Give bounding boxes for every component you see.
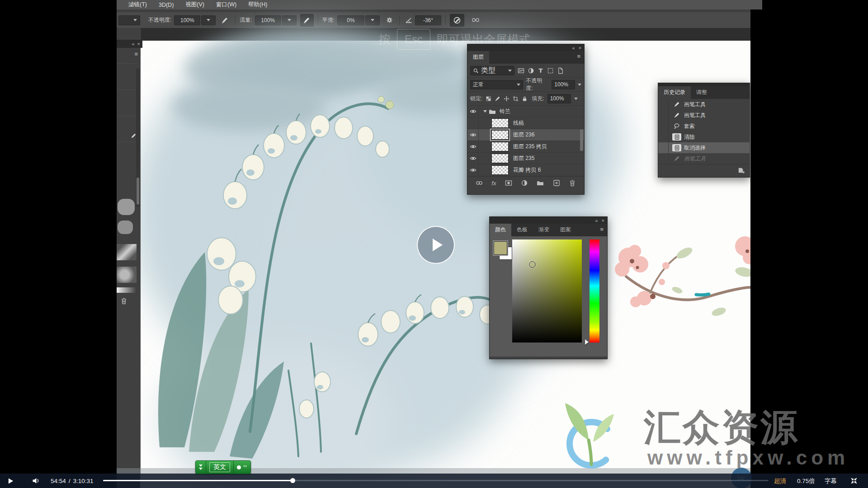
play-overlay-button[interactable] bbox=[417, 226, 455, 264]
ime-mode-toggle[interactable]: 英文 bbox=[206, 461, 234, 474]
filter-smart-object-icon[interactable] bbox=[557, 67, 564, 74]
collapse-panel-icon[interactable]: « bbox=[572, 45, 575, 51]
layer-row[interactable]: 线稿 bbox=[467, 117, 584, 129]
quality-button[interactable]: 超清 bbox=[774, 477, 786, 485]
color-field-cursor[interactable] bbox=[529, 261, 536, 268]
layer-thumbnail[interactable] bbox=[491, 165, 509, 175]
layer-filter-dropdown[interactable]: 类型 bbox=[470, 66, 514, 75]
lock-transparency-icon[interactable] bbox=[486, 96, 491, 102]
layer-group-row[interactable]: 铃兰 bbox=[467, 106, 584, 117]
visibility-eye-icon[interactable] bbox=[467, 164, 479, 176]
lock-paint-icon[interactable] bbox=[495, 96, 500, 102]
collapse-panel-icon[interactable]: « bbox=[595, 218, 598, 223]
visibility-eye-icon[interactable] bbox=[467, 106, 479, 117]
filter-type-layers-icon[interactable] bbox=[538, 67, 544, 74]
document-icon bbox=[672, 144, 681, 151]
visibility-eye-icon[interactable] bbox=[467, 141, 479, 152]
brush-preset-thumb[interactable] bbox=[118, 221, 133, 234]
brush-preset-thumb[interactable] bbox=[118, 199, 135, 215]
play-button[interactable] bbox=[7, 478, 14, 484]
tab-patterns[interactable]: 图案 bbox=[555, 224, 576, 236]
visibility-eye-empty[interactable] bbox=[467, 117, 479, 129]
layer-row[interactable]: 图层 235 拷贝 bbox=[467, 141, 584, 153]
exit-fullscreen-button[interactable] bbox=[850, 477, 858, 485]
history-step[interactable]: 画笔工具 bbox=[658, 99, 750, 110]
layer-thumbnail[interactable] bbox=[491, 154, 509, 163]
close-panel-icon[interactable]: × bbox=[579, 45, 581, 51]
layer-row[interactable]: 花瓣 拷贝 6 bbox=[467, 164, 584, 176]
filter-shape-layers-icon[interactable] bbox=[547, 67, 554, 74]
layer-thumbnail[interactable] bbox=[491, 118, 509, 128]
subtitle-button[interactable]: 字幕 bbox=[825, 477, 837, 485]
blend-mode-dropdown[interactable]: 正常 bbox=[470, 80, 523, 89]
ime-minimize-icon[interactable] bbox=[196, 461, 206, 474]
progress-track[interactable] bbox=[103, 480, 769, 481]
speed-button[interactable]: 0.75倍 bbox=[797, 477, 815, 485]
tab-swatches[interactable]: 色板 bbox=[511, 224, 533, 236]
hue-slider[interactable] bbox=[590, 239, 599, 343]
filter-pixel-layers-icon[interactable] bbox=[518, 67, 524, 74]
history-source-checkbox[interactable] bbox=[658, 99, 669, 110]
progress-thumb[interactable] bbox=[290, 478, 295, 483]
history-source-checkbox[interactable] bbox=[658, 110, 669, 121]
layer-thumbnail[interactable] bbox=[491, 142, 509, 151]
layer-opacity-value[interactable]: 100% bbox=[552, 80, 575, 89]
scrollbar[interactable] bbox=[136, 69, 140, 206]
panel-menu-icon[interactable]: ≡ bbox=[600, 226, 604, 233]
brush-stroke-thumb[interactable] bbox=[117, 244, 137, 260]
gradient-strip[interactable] bbox=[117, 287, 137, 293]
add-mask-icon[interactable] bbox=[505, 179, 512, 187]
lock-all-icon[interactable] bbox=[522, 96, 528, 102]
new-layer-icon[interactable] bbox=[553, 179, 560, 187]
trash-icon[interactable] bbox=[120, 297, 127, 305]
foreground-color-swatch[interactable] bbox=[494, 241, 507, 255]
history-source-checkbox[interactable] bbox=[658, 121, 669, 131]
tab-history[interactable]: 历史记录 bbox=[658, 86, 691, 99]
lock-move-icon[interactable] bbox=[504, 96, 509, 102]
history-step[interactable]: 清除 bbox=[658, 131, 750, 142]
lock-artboard-icon[interactable] bbox=[513, 96, 519, 102]
visibility-eye-icon[interactable] bbox=[467, 129, 479, 141]
link-layers-icon[interactable] bbox=[476, 179, 483, 187]
panel-menu-icon[interactable]: ≡ bbox=[134, 51, 138, 57]
fill-value[interactable]: 100% bbox=[547, 94, 571, 103]
new-snapshot-icon[interactable] bbox=[737, 167, 745, 174]
chevron-down-icon[interactable] bbox=[574, 98, 578, 100]
layer-row[interactable]: 图层 235 bbox=[467, 153, 584, 164]
history-step-undone[interactable]: 画笔工具 bbox=[658, 153, 750, 164]
scrollbar[interactable] bbox=[580, 129, 583, 151]
group-expand-chevron-icon[interactable] bbox=[483, 110, 487, 113]
history-step[interactable]: 套索 bbox=[658, 121, 750, 131]
ime-status-bar[interactable]: 英文 ’’ bbox=[195, 460, 251, 474]
tab-color[interactable]: 颜色 bbox=[490, 224, 511, 236]
adjustment-layer-icon[interactable] bbox=[521, 179, 528, 187]
brush-texture-thumb[interactable] bbox=[117, 267, 137, 283]
delete-layer-icon[interactable] bbox=[569, 179, 576, 187]
close-panel-icon[interactable]: × bbox=[602, 218, 604, 223]
history-source-checkbox[interactable] bbox=[658, 142, 669, 153]
filter-adjustment-layers-icon[interactable] bbox=[528, 67, 534, 74]
new-group-icon[interactable] bbox=[537, 179, 544, 187]
history-step-current[interactable]: 取消选择 bbox=[658, 142, 750, 153]
color-field[interactable] bbox=[512, 239, 582, 343]
chevron-down-icon bbox=[517, 84, 520, 86]
panel-menu-icon[interactable]: ≡ bbox=[577, 53, 580, 60]
tab-layers[interactable]: 图层 bbox=[467, 51, 489, 64]
close-panel-icon[interactable]: × bbox=[137, 41, 140, 47]
history-step[interactable]: 画笔工具 bbox=[658, 110, 750, 121]
ime-punctuation-toggle[interactable]: ’’ bbox=[234, 461, 250, 474]
visibility-eye-icon[interactable] bbox=[467, 153, 479, 164]
history-source-checkbox[interactable] bbox=[658, 153, 669, 164]
tab-gradients[interactable]: 渐变 bbox=[533, 224, 555, 236]
history-source-checkbox[interactable] bbox=[658, 131, 669, 142]
fill-label: 填充: bbox=[532, 95, 544, 103]
collapse-panel-icon[interactable]: « bbox=[132, 41, 134, 47]
volume-button[interactable] bbox=[32, 477, 41, 484]
layer-thumbnail[interactable] bbox=[491, 130, 509, 140]
hue-slider-thumb[interactable] bbox=[585, 339, 589, 345]
tab-adjustments[interactable]: 调整 bbox=[691, 86, 712, 99]
layer-fx-icon[interactable]: fx bbox=[491, 180, 496, 187]
color-panel: « × 颜色 色板 渐变 图案 ≡ bbox=[489, 216, 608, 359]
chevron-down-icon[interactable] bbox=[578, 84, 581, 86]
layer-row-selected[interactable]: 图层 236 bbox=[467, 129, 584, 141]
